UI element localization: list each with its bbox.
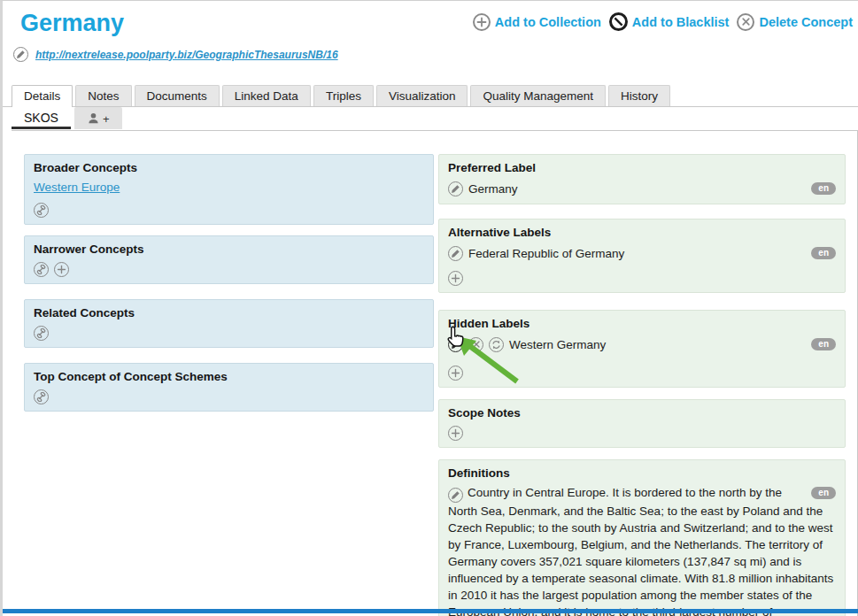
x-circle-icon <box>737 13 754 31</box>
tab-linked-data[interactable]: Linked Data <box>222 85 311 106</box>
top-concept-box: Top Concept of Concept Schemes <box>24 363 434 412</box>
swap-icon[interactable] <box>489 337 504 352</box>
broader-concepts-box: Broader Concepts Western Europe <box>24 154 434 225</box>
blacklist-icon <box>609 12 628 31</box>
link-icon[interactable] <box>34 389 49 404</box>
labels-column: Preferred Label Germany en Alternative L… <box>438 154 846 616</box>
scope-notes-box: Scope Notes <box>438 399 846 448</box>
header-actions: Add to Collection Add to Blacklist Delet… <box>473 12 853 31</box>
narrower-concepts-box: Narrower Concepts <box>24 235 434 284</box>
lang-badge: en <box>811 338 836 350</box>
bottom-edge-bar <box>3 609 858 613</box>
definition-entry: enCountry in Central Europe. It is borde… <box>448 484 836 616</box>
subtab-skos[interactable]: SKOS <box>12 107 71 129</box>
sub-tabs: SKOS + <box>12 107 122 129</box>
box-title: Hidden Labels <box>448 317 836 330</box>
edit-icon[interactable] <box>448 337 463 352</box>
link-icon[interactable] <box>34 326 49 341</box>
main-tabs: Details Notes Documents Linked Data Trip… <box>12 85 670 107</box>
plus-icon[interactable] <box>448 366 463 381</box>
plus-icon[interactable] <box>448 271 463 286</box>
link-icon[interactable] <box>34 262 49 277</box>
box-title: Alternative Labels <box>448 226 836 239</box>
tab-notes[interactable]: Notes <box>75 85 131 106</box>
box-title: Broader Concepts <box>34 161 424 174</box>
definitions-box: Definitions enCountry in Central Europe.… <box>438 459 846 616</box>
related-concepts-box: Related Concepts <box>24 299 434 348</box>
details-panel: Broader Concepts Western Europe Narrower… <box>12 130 858 616</box>
preferred-label-box: Preferred Label Germany en <box>438 154 846 204</box>
relations-column: Broader Concepts Western Europe Narrower… <box>24 154 434 412</box>
tab-details[interactable]: Details <box>12 85 73 107</box>
lang-badge: en <box>811 182 836 195</box>
definition-text: Country in Central Europe. It is bordere… <box>448 486 833 616</box>
box-title: Definitions <box>448 466 836 480</box>
tab-visualization[interactable]: Visualization <box>376 85 468 106</box>
plus-circle-icon <box>473 13 491 31</box>
box-title: Narrower Concepts <box>34 243 424 256</box>
tab-triples[interactable]: Triples <box>313 85 374 106</box>
lang-badge: en <box>811 247 836 259</box>
x-icon[interactable] <box>468 337 483 352</box>
box-title: Scope Notes <box>448 406 836 420</box>
link-icon[interactable] <box>34 203 49 218</box>
add-to-collection-button[interactable]: Add to Collection <box>473 13 601 31</box>
box-title: Related Concepts <box>34 306 424 320</box>
broader-concept-link[interactable]: Western Europe <box>34 181 120 194</box>
box-title: Preferred Label <box>448 161 836 174</box>
plus-icon[interactable] <box>448 426 463 441</box>
page-title: Germany <box>20 10 124 37</box>
subtab-add-profile[interactable]: + <box>74 107 122 129</box>
edit-uri-icon[interactable] <box>13 47 28 62</box>
tab-history[interactable]: History <box>608 85 670 106</box>
hidden-labels-box: Hidden Labels Western Germany en <box>438 310 846 388</box>
edit-icon[interactable] <box>448 246 463 261</box>
box-title: Top Concept of Concept Schemes <box>34 370 424 383</box>
hidden-label-value: Western Germany <box>509 338 606 351</box>
tab-quality-management[interactable]: Quality Management <box>470 85 606 106</box>
add-to-blacklist-button[interactable]: Add to Blacklist <box>609 12 730 31</box>
tab-documents[interactable]: Documents <box>135 85 220 106</box>
person-icon <box>87 112 100 127</box>
preferred-label-value: Germany <box>468 182 518 196</box>
delete-concept-button[interactable]: Delete Concept <box>737 13 853 31</box>
edit-icon[interactable] <box>448 181 463 196</box>
alternative-labels-box: Alternative Labels Federal Republic of G… <box>438 219 846 293</box>
plus-icon[interactable] <box>54 262 69 277</box>
app-window: Germany http://nextrelease.poolparty.biz… <box>0 0 858 616</box>
edit-icon[interactable] <box>448 488 463 503</box>
concept-uri-row: http://nextrelease.poolparty.biz/Geograp… <box>13 47 338 62</box>
concept-uri-link[interactable]: http://nextrelease.poolparty.biz/Geograp… <box>35 49 338 61</box>
lang-badge: en <box>811 487 836 499</box>
alternative-label-value: Federal Republic of Germany <box>468 247 624 260</box>
